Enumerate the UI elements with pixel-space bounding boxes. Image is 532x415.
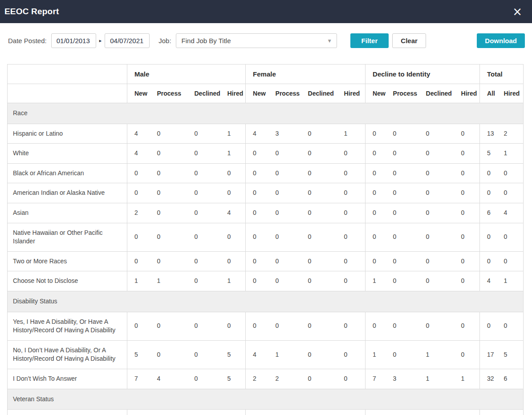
section-header-row: Race <box>8 103 524 124</box>
cell: 4 <box>150 369 187 389</box>
section-label: Race <box>8 103 524 124</box>
cell: 0 <box>419 271 454 291</box>
cell: 0 <box>454 163 480 183</box>
cell: 0 <box>220 251 246 271</box>
job-label: Job: <box>158 37 171 44</box>
cell: 0 <box>386 312 419 340</box>
cell: 1 <box>454 369 480 389</box>
cell: 0 <box>386 144 419 164</box>
cell: 5 <box>497 340 524 369</box>
cell: 0 <box>419 410 454 415</box>
cell: 0 <box>454 223 480 251</box>
cell: 0 <box>419 144 454 164</box>
cell: 3 <box>386 369 419 389</box>
cell: 0 <box>268 144 301 164</box>
cell: 0 <box>187 203 220 223</box>
page-title: EEOC Report <box>4 7 59 16</box>
cell: 0 <box>337 144 365 164</box>
cell: 2 <box>127 203 150 223</box>
cell: 0 <box>268 223 301 251</box>
cell: 0 <box>246 144 268 164</box>
cell: 0 <box>301 163 337 183</box>
column-header-hired: Hired <box>220 84 246 103</box>
cell: 0 <box>127 223 150 251</box>
cell: 4 <box>220 203 246 223</box>
cell: 0 <box>220 223 246 251</box>
cell: 4 <box>127 124 150 144</box>
column-header-hired: Hired <box>454 84 480 103</box>
cell: 0 <box>454 203 480 223</box>
cell: 0 <box>301 312 337 340</box>
cell: 0 <box>480 410 497 415</box>
cell: 0 <box>187 312 220 340</box>
table-row: White40010000000051 <box>8 144 524 164</box>
row-label: Hispanic or Latino <box>8 124 127 144</box>
cell: 0 <box>480 312 497 340</box>
cell: 0 <box>337 183 365 203</box>
cell: 5 <box>127 340 150 369</box>
cell: 0 <box>220 312 246 340</box>
cell: 0 <box>497 251 524 271</box>
eeoc-table-container: MaleFemaleDecline to IdentityTotal NewPr… <box>7 64 525 415</box>
cell: 1 <box>220 144 246 164</box>
cell: 0 <box>497 223 524 251</box>
cell: 0 <box>386 223 419 251</box>
job-select-value: Find Job By Title <box>182 37 231 44</box>
cell: 0 <box>246 312 268 340</box>
cell: 0 <box>386 410 419 415</box>
cell: 0 <box>337 312 365 340</box>
cell: 1 <box>127 271 150 291</box>
cell: 0 <box>419 312 454 340</box>
row-label: I Don’t Wish To Answer <box>8 369 127 389</box>
cell: 2 <box>497 124 524 144</box>
row-label: American Indian or Alaska Native <box>8 183 127 203</box>
close-icon[interactable]: × <box>510 6 525 17</box>
cell: 4 <box>246 124 268 144</box>
cell: 0 <box>386 124 419 144</box>
cell: 0 <box>419 163 454 183</box>
column-header-new: New <box>365 84 386 103</box>
cell: 0 <box>301 223 337 251</box>
cell: 0 <box>246 183 268 203</box>
cell: 0 <box>220 163 246 183</box>
cell: 0 <box>419 203 454 223</box>
cell: 0 <box>337 340 365 369</box>
cell: 0 <box>150 144 187 164</box>
cell: 1 <box>220 271 246 291</box>
cell: 0 <box>187 183 220 203</box>
cell: 0 <box>127 410 150 415</box>
table-row: Asian20040000000064 <box>8 203 524 223</box>
cell: 0 <box>246 223 268 251</box>
cell: 0 <box>150 223 187 251</box>
date-to-input[interactable] <box>105 33 150 48</box>
date-from-input[interactable] <box>51 33 96 48</box>
cell: 0 <box>220 183 246 203</box>
cell: 0 <box>150 251 187 271</box>
job-select[interactable]: Find Job By Title ▼ <box>176 33 337 48</box>
table-row: Native Hawaiian or Other Pacific Islande… <box>8 223 524 251</box>
cell: 0 <box>419 251 454 271</box>
cell: 0 <box>454 312 480 340</box>
cell: 0 <box>301 183 337 203</box>
cell: 0 <box>386 271 419 291</box>
download-button[interactable]: Download <box>477 33 525 48</box>
cell: 0 <box>365 410 386 415</box>
table-row: None00000000000000 <box>8 410 524 415</box>
row-label: White <box>8 144 127 164</box>
clear-button[interactable]: Clear <box>392 33 426 48</box>
row-label: Native Hawaiian or Other Pacific Islande… <box>8 223 127 251</box>
table-row: I Don’t Wish To Answer740522007311326 <box>8 369 524 389</box>
section-header-row: Disability Status <box>8 291 524 312</box>
cell: 0 <box>150 163 187 183</box>
cell: 0 <box>301 410 337 415</box>
filter-button[interactable]: Filter <box>350 33 389 48</box>
cell: 0 <box>365 183 386 203</box>
cell: 0 <box>454 124 480 144</box>
cell: 0 <box>365 251 386 271</box>
eeoc-table: MaleFemaleDecline to IdentityTotal NewPr… <box>7 64 524 415</box>
column-header-declined: Declined <box>419 84 454 103</box>
cell: 0 <box>337 163 365 183</box>
cell: 0 <box>150 340 187 369</box>
filter-bar: Date Posted: ▸ Job: Find Job By Title ▼ … <box>0 23 532 48</box>
row-label: Asian <box>8 203 127 223</box>
